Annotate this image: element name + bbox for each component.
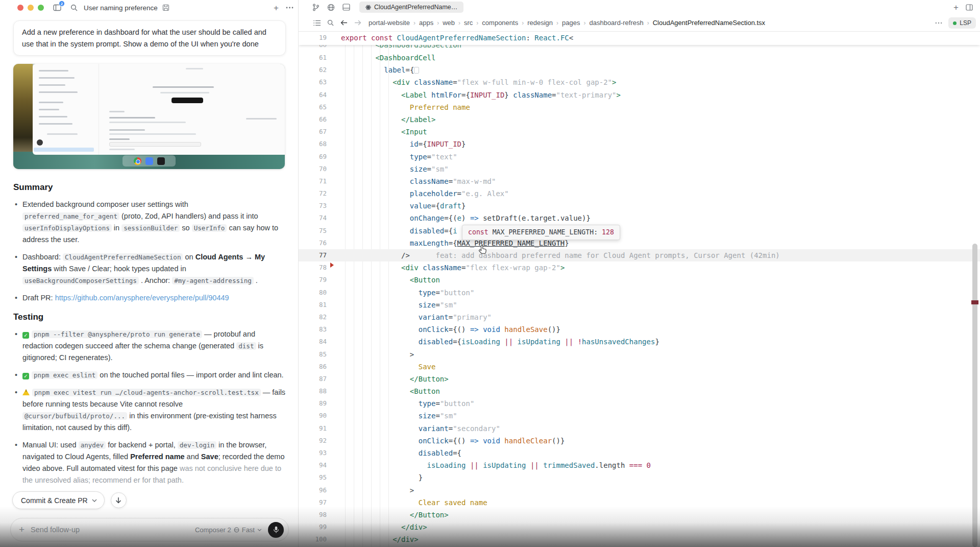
back-icon[interactable]: [340, 20, 348, 26]
code-line: 84 disabled={isLoading || isUpdating || …: [299, 336, 980, 348]
breadcrumb-item[interactable]: apps: [419, 19, 433, 27]
code-line: 85 >: [299, 348, 980, 361]
more-options-icon[interactable]: [286, 7, 293, 9]
line-number: 67: [299, 126, 334, 138]
testing-list: ✓pnpm --filter @anysphere/proto run gene…: [13, 328, 286, 486]
code-line: 86 Save: [299, 361, 980, 373]
line-number: 87: [299, 373, 334, 385]
code-line: 74 onChange={(e) => setDraft(e.target.va…: [299, 212, 980, 224]
search-icon[interactable]: [327, 19, 334, 26]
terminal-panel-icon[interactable]: [342, 4, 350, 11]
line-number: 79: [299, 274, 334, 286]
summary-bullet: Dashboard: CloudAgentPreferredNameSectio…: [13, 251, 286, 287]
app-icon-dark: [157, 157, 165, 165]
testing-heading: Testing: [13, 312, 286, 322]
line-number: 72: [299, 187, 334, 200]
followup-placeholder: Send follow-up: [31, 526, 195, 534]
line-number: 63: [299, 76, 334, 88]
line-number: 89: [299, 397, 334, 410]
demo-video-thumbnail[interactable]: [13, 64, 285, 169]
model-selector[interactable]: Composer 2 Fast: [195, 526, 262, 534]
git-branch-icon[interactable]: [312, 4, 320, 11]
speed-label: Fast: [242, 526, 255, 534]
code-line: 68 id={INPUT_ID}: [299, 138, 980, 150]
chevron-down-icon: [257, 529, 262, 531]
code-line: 64 <Label htmlFor={INPUT_ID} className="…: [299, 89, 980, 101]
line-number: 90: [299, 410, 334, 422]
code-line: 63 <div className="flex w-full min-w-0 f…: [299, 76, 980, 88]
commit-create-pr-button[interactable]: Commit & Create PR: [12, 491, 105, 509]
line-number: 60: [299, 45, 334, 51]
editor-tab-label: CloudAgentPreferredName…: [374, 4, 457, 11]
breadcrumb-item[interactable]: portal-website: [369, 19, 410, 27]
followup-input[interactable]: + Send follow-up Composer 2 Fast: [10, 518, 289, 541]
line-number: 64: [299, 89, 334, 101]
breadcrumb-separator: ›: [413, 19, 415, 27]
breadcrumb-item[interactable]: web: [443, 19, 455, 27]
breadcrumb-item[interactable]: redesign: [527, 19, 553, 27]
code-line: 90 size="sm": [299, 410, 980, 422]
thumb-browser-window: [33, 64, 285, 155]
thumb-dark-button: [172, 98, 203, 103]
line-number: 78: [299, 261, 334, 274]
chat-count-badge: 2: [59, 1, 65, 7]
code-line: 88 <Button: [299, 385, 980, 397]
sidebar-toggle-icon[interactable]: 2: [53, 4, 61, 11]
code-line: 91 variant="secondary": [299, 422, 980, 435]
chat-scroll-area[interactable]: Add a new preference in dashboard for wh…: [0, 15, 299, 547]
lsp-status-dot: [953, 21, 957, 25]
globe-icon[interactable]: [327, 4, 335, 11]
close-window-button[interactable]: [17, 5, 23, 11]
breadcrumb-item[interactable]: pages: [562, 19, 580, 27]
line-number: 94: [299, 459, 334, 471]
editor-tab[interactable]: CloudAgentPreferredName…: [359, 2, 463, 13]
scroll-to-bottom-button[interactable]: [111, 492, 127, 508]
line-number: 85: [299, 348, 334, 361]
lsp-status-badge[interactable]: LSP: [948, 17, 976, 29]
code-line: 80 type="button": [299, 287, 980, 299]
editor-pane: CloudAgentPreferredName… + portal-websit…: [299, 0, 980, 547]
search-icon[interactable]: [70, 4, 78, 11]
breadcrumb-separator: ›: [583, 19, 585, 27]
line-number: 88: [299, 385, 334, 397]
attach-icon[interactable]: +: [19, 524, 24, 535]
summary-bullet: Extended background composer user settin…: [13, 199, 286, 246]
pr-link[interactable]: https://github.com/anysphere/everysphere…: [55, 294, 229, 302]
breadcrumb-item[interactable]: dashboard-refresh: [589, 19, 643, 27]
code-line: 99 </div>: [299, 521, 980, 533]
check-icon: ✓: [22, 332, 29, 339]
editor-more-icon[interactable]: [935, 22, 942, 24]
code-line: 78 <div className="flex flex-wrap gap-2"…: [299, 261, 980, 274]
thumb-selected-row: [34, 148, 94, 152]
outline-list-icon[interactable]: [313, 20, 321, 26]
forward-icon[interactable]: [354, 20, 361, 26]
code-editor[interactable]: 60 <DashboardSubSection 61 <DashboardCel…: [299, 32, 980, 547]
chevron-down-icon: [92, 499, 97, 502]
breadcrumb-bar: portal-website›apps›web›src›components›r…: [299, 14, 980, 32]
new-chat-button[interactable]: +: [274, 4, 279, 12]
line-number: 69: [299, 151, 334, 163]
warning-icon: [22, 389, 30, 395]
code-line: 61 <DashboardCell: [299, 52, 980, 64]
summary-heading: Summary: [13, 182, 286, 193]
hover-tooltip: const MAX_PREFERRED_NAME_LENGTH: 128: [462, 225, 620, 240]
breadcrumb-item[interactable]: src: [464, 19, 473, 27]
save-icon[interactable]: [162, 4, 169, 11]
editor-scrollbar-thumb[interactable]: [972, 244, 977, 547]
new-tab-button[interactable]: +: [953, 3, 959, 12]
mouse-cursor: [478, 245, 488, 255]
split-editor-icon[interactable]: [966, 4, 973, 11]
breadcrumb-item[interactable]: components: [482, 19, 518, 27]
voice-input-button[interactable]: [268, 522, 284, 538]
app-window: 2 User naming preference + Add a new pre…: [0, 0, 980, 547]
thumb-input-field: [109, 142, 201, 147]
code-line: 67 <Input: [299, 126, 980, 138]
line-number: 98: [299, 509, 334, 521]
minimize-window-button[interactable]: [28, 5, 34, 11]
breadcrumb-item[interactable]: CloudAgentPreferredNameSection.tsx: [653, 19, 765, 27]
code-line: 70 size="sm": [299, 163, 980, 175]
zoom-window-button[interactable]: [38, 5, 44, 11]
code-line: 76 maxLength={MAX_PREFERRED_NAME_LENGTH}: [299, 237, 980, 249]
breadcrumb-separator: ›: [476, 19, 478, 27]
line-number: 96: [299, 484, 334, 496]
